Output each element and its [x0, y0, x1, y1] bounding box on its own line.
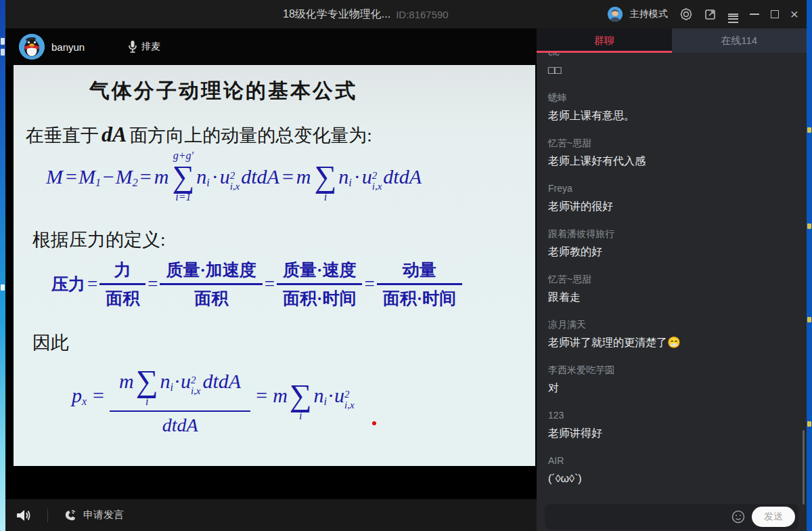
menu-icon[interactable]	[728, 12, 738, 17]
desktop-artifact	[1, 38, 5, 45]
chat-username: 忆苦~思甜	[548, 274, 802, 285]
stage-bottom-bar: 申请发言	[5, 499, 537, 531]
queue-mic-button[interactable]: 排麦	[128, 40, 160, 54]
formula-px: px = m ∑ i ni·u 2i,x dtdA	[72, 352, 355, 439]
popout-icon[interactable]	[704, 8, 717, 20]
microphone-icon	[128, 40, 137, 54]
slide-line-3: 因此	[32, 331, 69, 355]
chat-scrollbar[interactable]	[803, 430, 805, 505]
chat-message: cic □□	[548, 53, 802, 77]
chat-input[interactable]	[553, 504, 731, 530]
chat-panel: 群聊 在线114 cic □□ 蟋蟀 老师上课有意思。 忆苦~思甜 老师上课好有…	[537, 28, 807, 531]
chat-text: 老师上课有意思。	[548, 108, 802, 123]
video-stage: banyun 排麦 气体分子动理论的基本公式 在垂直于dA面方向上的动量的总变化…	[5, 28, 537, 531]
chat-username: 蟋蟀	[548, 92, 802, 104]
chat-message: 李西米爱吃芋圆 对	[548, 364, 802, 395]
room-id: ID:8167590	[396, 9, 449, 20]
chat-message: 蟋蟀 老师上课有意思。	[548, 92, 802, 123]
chat-username: 123	[548, 410, 802, 421]
phone-icon	[63, 508, 78, 523]
chat-text: 老师讲得好	[548, 426, 802, 440]
chat-username: 忆苦~思甜	[548, 137, 802, 149]
titlebar: 18级化学专业物理化... ID:8167590 主持模式	[5, 0, 807, 28]
chat-username: Freya	[548, 183, 802, 194]
desktop-artifact	[1, 49, 5, 56]
minimize-icon[interactable]	[750, 14, 759, 15]
chat-message: AIR (´◊ω◊`)	[548, 455, 802, 486]
chat-text: (´◊ω◊`)	[548, 471, 802, 486]
desktop-edge-left	[0, 0, 5, 531]
chat-tabs: 群聊 在线114	[537, 28, 807, 53]
desktop-artifact	[1, 284, 5, 291]
slide-title: 气体分子动理论的基本公式	[89, 77, 357, 105]
host-mode-label: 主持模式	[630, 8, 668, 20]
chat-input-container: 发送	[545, 504, 798, 530]
chat-username: 李西米爱吃芋圆	[548, 364, 802, 376]
chat-text: □□	[548, 63, 802, 77]
speaker-icon	[15, 507, 32, 524]
chat-message: 忆苦~思甜 跟着走	[548, 274, 802, 304]
desktop-artifact	[807, 127, 811, 133]
send-button[interactable]: 发送	[752, 507, 795, 527]
sum-operator: g+g′ ∑ i=1	[170, 150, 196, 203]
chat-text: 老师讲的很好	[548, 199, 802, 213]
apply-speak-label: 申请发言	[83, 509, 124, 522]
maximize-icon[interactable]	[771, 10, 779, 18]
laser-pointer-dot	[372, 421, 376, 425]
queue-mic-label: 排麦	[141, 41, 160, 53]
desktop-edge-right	[807, 0, 812, 531]
tab-online-users-label: 在线114	[721, 35, 757, 47]
chat-username: 跟着潘彼得旅行	[548, 228, 802, 240]
chat-text: 老师上课好有代入感	[548, 154, 802, 168]
desktop-artifact	[807, 421, 811, 427]
streamer-name: banyun	[51, 41, 85, 53]
tab-group-chat-label: 群聊	[594, 35, 614, 47]
close-icon[interactable]: ×	[790, 8, 798, 20]
host-avatar	[608, 7, 623, 22]
chat-text: 跟着走	[548, 290, 802, 304]
dA-symbol: dA	[99, 122, 129, 146]
window-title: 18级化学专业物理化...	[283, 7, 390, 22]
chat-message-list: cic □□ 蟋蟀 老师上课有意思。 忆苦~思甜 老师上课好有代入感 Freya…	[537, 53, 802, 503]
settings-gear-icon[interactable]	[679, 7, 693, 21]
sum-operator: ∑ i	[313, 150, 339, 203]
tab-group-chat[interactable]: 群聊	[537, 28, 672, 53]
divider	[47, 509, 48, 522]
chat-message: 跟着潘彼得旅行 老师教的好	[548, 228, 802, 259]
apply-speak-button[interactable]: 申请发言	[63, 508, 124, 523]
chat-text: 老师讲了就理的更清楚了😁	[548, 335, 802, 349]
chat-message: 123 老师讲得好	[548, 410, 802, 440]
tab-online-users[interactable]: 在线114	[672, 28, 807, 53]
chat-text: 老师教的好	[548, 245, 802, 259]
slide: 气体分子动理论的基本公式 在垂直于dA面方向上的动量的总变化量为: M=M1−M…	[14, 65, 535, 466]
chat-message: 凉月满天 老师讲了就理的更清楚了😁	[548, 319, 802, 349]
app-window: 18级化学专业物理化... ID:8167590 主持模式	[0, 0, 812, 531]
chat-message: Freya 老师讲的很好	[548, 183, 802, 213]
emoji-button[interactable]	[731, 509, 746, 524]
desktop-artifact	[807, 317, 811, 322]
formula-pressure-definition: 压力= 力面积 = 质量·加速度面积 = 质量·速度面积·时间 = 动量面积·时…	[51, 257, 462, 312]
slide-line-2: 根据压力的定义:	[32, 228, 166, 252]
chat-username: cic	[548, 53, 802, 58]
emoji-smiley-icon	[731, 509, 746, 524]
host-avatar-image	[608, 7, 623, 22]
sum-operator: ∑ i	[134, 355, 160, 408]
streamer-avatar	[19, 34, 45, 60]
chat-text: 对	[548, 381, 802, 395]
chat-username: AIR	[548, 455, 802, 467]
chat-message: 忆苦~思甜 老师上课好有代入感	[548, 137, 802, 168]
streamer-bar: banyun 排麦	[5, 28, 537, 65]
chat-input-row: 发送	[537, 503, 807, 531]
chat-username: 凉月满天	[548, 319, 802, 331]
formula-momentum: M=M1−M2=m g+g′ ∑ i=1 ni·u 2i,x dtdA =m ∑…	[45, 150, 423, 203]
desktop-artifact	[807, 224, 811, 229]
sum-operator: ∑ i	[288, 369, 314, 422]
volume-button[interactable]	[15, 507, 32, 524]
slide-line-1: 在垂直于dA面方向上的动量的总变化量为:	[26, 122, 372, 148]
window-title-group: 18级化学专业物理化... ID:8167590	[283, 0, 449, 28]
